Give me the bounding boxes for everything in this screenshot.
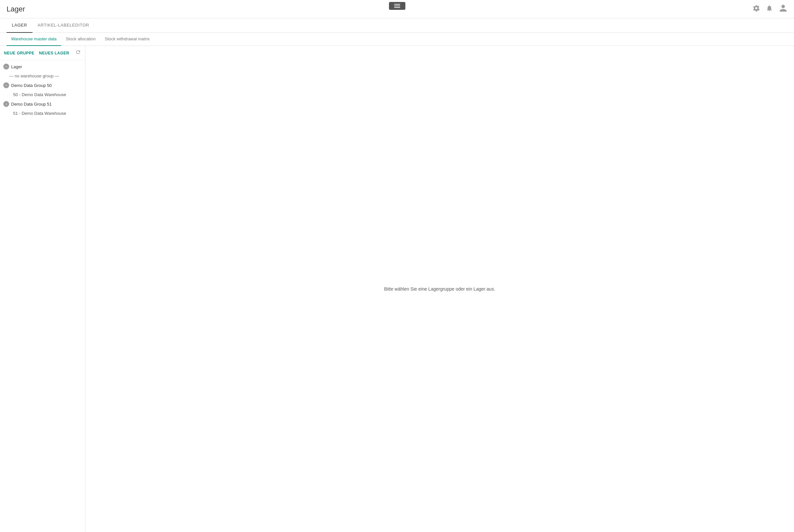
app-title: Lager	[6, 5, 753, 14]
tree-no-group-label: — no warehouse group —	[9, 74, 59, 78]
tree-no-group[interactable]: — no warehouse group —	[0, 72, 85, 80]
empty-state-message: Bitte wählen Sie eine Lagergruppe oder e…	[384, 286, 495, 291]
tree-group-50[interactable]: − Demo Data Group 50	[0, 80, 85, 90]
sub-tab-stock-allocation[interactable]: Stock allocation	[61, 33, 100, 46]
tree-warehouse-51-label: 51 - Demo Data Warehouse	[13, 111, 66, 116]
collapse-icon-lager: −	[3, 64, 9, 70]
refresh-button[interactable]	[75, 49, 81, 57]
main-tabs: LAGER ARTIKEL-LABELEDITOR	[0, 18, 794, 33]
tree-warehouse-50[interactable]: 50 - Demo Data Warehouse	[0, 90, 85, 99]
tree-root-label: Lager	[11, 64, 22, 69]
sidebar: NEUE GRUPPE NEUES LAGER − Lager — no war…	[0, 46, 85, 532]
sub-tabs: Warehouse master data Stock allocation S…	[0, 33, 794, 46]
tab-lager[interactable]: LAGER	[6, 18, 33, 33]
top-bar: Lager	[0, 0, 794, 18]
user-avatar[interactable]	[779, 4, 788, 15]
tree-group-51[interactable]: − Demo Data Group 51	[0, 99, 85, 109]
neues-lager-button[interactable]: NEUES LAGER	[39, 51, 69, 55]
collapse-icon-group51: −	[3, 101, 9, 107]
collapse-icon-group50: −	[3, 82, 9, 88]
tree-warehouse-51[interactable]: 51 - Demo Data Warehouse	[0, 109, 85, 118]
tree-group-51-label: Demo Data Group 51	[11, 102, 52, 107]
settings-icon[interactable]	[753, 5, 760, 14]
tree: − Lager — no warehouse group — − Demo Da…	[0, 60, 85, 532]
sub-tab-stock-withdrawal-matrix[interactable]: Stock withdrawal matrix	[100, 33, 154, 46]
sidebar-actions: NEUE GRUPPE NEUES LAGER	[0, 46, 85, 60]
sub-tab-warehouse-master-data[interactable]: Warehouse master data	[6, 33, 61, 46]
tab-artikel-labeleditor[interactable]: ARTIKEL-LABELEDITOR	[33, 18, 94, 33]
hamburger-button[interactable]	[389, 2, 405, 10]
notifications-icon[interactable]	[766, 5, 773, 14]
tree-warehouse-50-label: 50 - Demo Data Warehouse	[13, 92, 66, 97]
content-wrapper: NEUE GRUPPE NEUES LAGER − Lager — no war…	[0, 46, 794, 532]
main-content: Bitte wählen Sie eine Lagergruppe oder e…	[85, 46, 794, 532]
neue-gruppe-button[interactable]: NEUE GRUPPE	[4, 51, 35, 55]
tree-root-lager[interactable]: − Lager	[0, 62, 85, 72]
tree-group-50-label: Demo Data Group 50	[11, 83, 52, 88]
top-bar-icons	[753, 4, 788, 15]
